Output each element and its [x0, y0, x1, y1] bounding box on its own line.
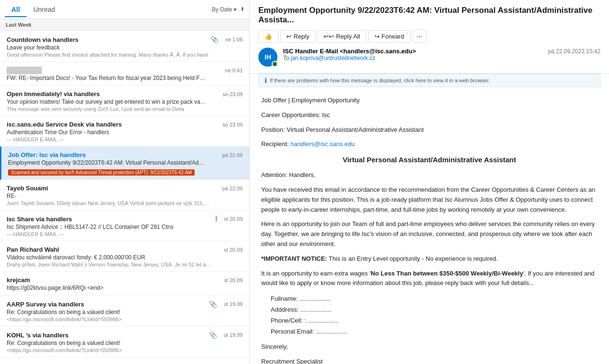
email-date: st 20.09 — [224, 216, 243, 222]
body-para1: Attention: Handlers, — [261, 170, 598, 180]
attachment-icon: 📎 — [209, 300, 217, 308]
email-preview: --- HANDLER E-MAIL --- — [7, 231, 211, 237]
email-item[interactable]: Pan Richard Wahl st 20.09 Vládou schvále… — [0, 241, 249, 272]
field-email: Personal Email: .................. — [271, 327, 598, 337]
email-date: so 23.09 — [223, 122, 243, 128]
forward-button[interactable]: ↪ Forward — [368, 30, 411, 43]
online-status-badge — [272, 61, 278, 67]
email-item[interactable]: ████████ ne 0:41 FW: RE- Important Docs!… — [0, 62, 249, 86]
email-date: st 20.09 — [224, 247, 243, 253]
email-subject: https://g02ktvxu.page.link/6RQi <end> — [7, 285, 206, 291]
section-header-last-week: Last Week — [0, 19, 249, 31]
reply-button[interactable]: ↩ Reply — [280, 30, 315, 43]
email-item[interactable]: isc.sans.edu Service Desk via handlers s… — [0, 116, 249, 147]
body-heading: Virtual Personal Assistant/Administrativ… — [261, 154, 598, 166]
reply-icon: ↩ — [286, 33, 292, 40]
info-banner[interactable]: ℹ If there are problems with how this me… — [258, 74, 600, 87]
to-address: jan.kopriva@untrustednetwork.cz — [291, 55, 375, 61]
body-line1: Job Offer | Employment Opportunity — [261, 96, 598, 106]
email-sender: AARP Survey via handlers — [7, 301, 84, 308]
email-preview: <https://go.microsoft.com/fwlink/?LinkId… — [7, 316, 211, 322]
email-list: Last Week Countdown via handlers 📎 ne 1:… — [0, 19, 249, 364]
email-sender: isc.sans.edu Service Desk via handlers — [7, 121, 122, 128]
email-body: Job Offer | Employment Opportunity Caree… — [250, 87, 609, 364]
sig-line1: Recruitment Specialist — [261, 357, 598, 364]
email-subject: RE- — [7, 193, 206, 199]
email-subject: Authentication Time Our Error - handlers — [7, 129, 206, 136]
sort-button[interactable]: By Date ▾ — [212, 6, 236, 13]
thumb-up-icon: 👍 — [265, 33, 272, 40]
thumb-up-button[interactable]: 👍 — [258, 30, 278, 43]
to-row: To jan.kopriva@untrustednetwork.cz — [283, 55, 600, 61]
email-subject: Isc Shipment Advice :: HBL5147-22 // LCL… — [7, 224, 206, 230]
sender-info: IH ISC Handler E-Mail <handlers@isc.sans… — [258, 48, 600, 67]
email-sender: Tayeb Souami — [7, 185, 48, 192]
email-sender: Countdown via handlers — [7, 36, 79, 43]
body-closing: Sincerely, — [261, 342, 598, 352]
sender-details: ISC Handler E-Mail <handlers@isc.sans.ed… — [283, 48, 600, 61]
email-detail-date: pá 22.09.2023 15:42 — [548, 48, 600, 55]
tab-unread[interactable]: Unread — [27, 2, 62, 17]
email-date: ne 0:41 — [225, 68, 243, 73]
email-preview: Good afternoon Please find invoice attac… — [7, 52, 211, 58]
email-subject: Your opinion matters! Take our survey an… — [7, 98, 206, 105]
email-detail-panel: Employment Opportunity 9/22/2023T6:42 AM… — [250, 0, 609, 364]
body-line4: Recipient: handlers@isc.sans.edu — [261, 139, 598, 149]
email-preview: Jsem Tayeb Souami, 55letý obcan New Jers… — [7, 200, 211, 206]
email-date: pá 22.09 — [222, 152, 243, 158]
field-phone: Phone/Cell: : .................. — [271, 316, 598, 326]
attachment-icon: 📎 — [210, 36, 218, 43]
field-address: Adddress: .................. — [271, 305, 598, 315]
email-detail-title: Employment Opportunity 9/22/2023T6:42 AM… — [258, 6, 600, 25]
email-date: pá 22.09 — [222, 186, 243, 191]
forward-icon: ↪ — [374, 33, 380, 40]
sender-name: ISC Handler E-Mail <handlers@isc.sans.ed… — [283, 48, 416, 55]
email-item[interactable]: Open Immediately! via handlers so 23.09 … — [0, 86, 249, 116]
email-sender: KOHL 's via handlers — [7, 332, 69, 339]
tab-all[interactable]: All — [5, 2, 27, 17]
email-sender: Open Immediately! via handlers — [7, 90, 100, 98]
email-subject: Employment Opportunity 9/22/2023T6:42 AM… — [8, 159, 208, 166]
security-badge: Scanned and secured by Isc® Advanced Thr… — [8, 169, 195, 176]
tabs-bar: All Unread By Date ▾ ⬆ — [0, 0, 249, 19]
email-date: út 19.09 — [224, 301, 243, 307]
attachment-icon: 📎 — [209, 331, 217, 339]
body-line3: Position: Virtual Personal Assistant/Adm… — [261, 125, 598, 135]
email-item[interactable]: Countdown via handlers 📎 ne 1:06 Leave y… — [0, 31, 249, 62]
reply-all-button[interactable]: ↩↩ Reply All — [317, 30, 366, 43]
body-para2: You have received this email in accordan… — [261, 185, 598, 215]
email-date: út 19.09 — [224, 332, 243, 338]
email-item-selected[interactable]: Job Offer: Isc via handlers pá 22.09 Emp… — [0, 147, 249, 180]
email-preview: --- HANDLER E-MAIL --- — [7, 137, 211, 142]
email-preview: This message was sent securely using Zix… — [7, 106, 211, 112]
email-subject: FW: RE- Important Docs! - Your Tax Retur… — [7, 75, 206, 81]
email-preview: Drahý příteli, Jsem Richard Wahl z Verno… — [7, 262, 211, 267]
email-date: so 23.09 — [223, 91, 243, 97]
action-bar: 👍 ↩ Reply ↩↩ Reply All ↪ Forward ··· — [258, 30, 600, 43]
email-sender: ████████ — [7, 67, 42, 74]
email-subject: Re: Congratulations on being a valued cl… — [7, 309, 206, 315]
body-para5: It is an opportunity to earn extra wages… — [261, 269, 598, 289]
email-sender: Job Offer: Isc via handlers — [8, 151, 86, 158]
email-item[interactable]: KOHL 's via handlers 📎 út 19.09 Re: Cong… — [0, 326, 249, 357]
email-sender: krejcam — [7, 276, 30, 284]
email-subject: Re: Congratulations on being a valued cl… — [7, 340, 206, 346]
sort-direction-button[interactable]: ⬆ — [240, 6, 245, 12]
email-header: Employment Opportunity 9/22/2023T6:42 AM… — [250, 0, 609, 74]
email-preview: <https://go.microsoft.com/fwlink/?LinkId… — [7, 347, 211, 353]
body-para3: Here is an opportunity to join our Team … — [261, 219, 598, 249]
email-item[interactable]: Tayeb Souami pá 22.09 RE- Jsem Tayeb Sou… — [0, 180, 249, 210]
form-fields: Fullname: .................. Adddress: .… — [271, 294, 598, 336]
email-item[interactable]: krejcam st 20.09 https://g02ktvxu.page.l… — [0, 272, 249, 295]
email-item[interactable]: Isc Share via handlers ! st 20.09 Isc Sh… — [0, 210, 249, 241]
recipient-email-link[interactable]: handlers@isc.sans.edu — [290, 140, 354, 148]
email-list-panel: All Unread By Date ▾ ⬆ Last Week Countdo… — [0, 0, 250, 364]
email-subject: Vládou schválené darovací fondy: € 2,000… — [7, 254, 206, 261]
more-actions-button[interactable]: ··· — [413, 30, 427, 43]
email-item[interactable]: AARP Survey via handlers 📎 út 19.09 Re: … — [0, 295, 249, 326]
email-sender: Isc Share via handlers — [7, 216, 72, 223]
body-para4: *IMPORTANT NOTICE: This is an Entry Leve… — [261, 254, 598, 264]
avatar: IH — [258, 48, 277, 67]
info-icon: ℹ — [265, 77, 267, 84]
more-icon: ··· — [417, 32, 422, 40]
